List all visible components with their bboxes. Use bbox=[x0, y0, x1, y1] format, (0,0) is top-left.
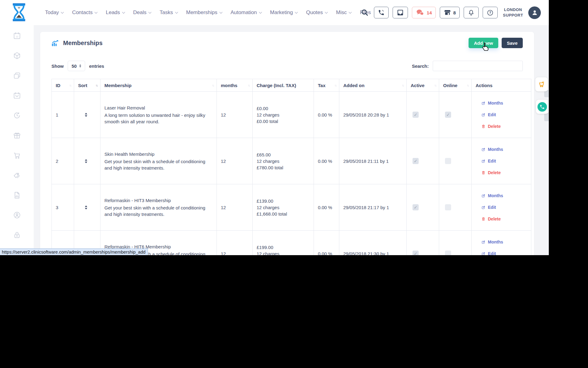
delete-link[interactable]: Delete bbox=[481, 123, 501, 130]
column-header-online[interactable]: Online↑↓ bbox=[439, 79, 472, 92]
search-button[interactable] bbox=[361, 9, 369, 17]
active-checkbox[interactable] bbox=[413, 158, 419, 164]
chevron-down-icon bbox=[122, 10, 125, 13]
active-checkbox[interactable] bbox=[413, 112, 419, 118]
cell-online bbox=[439, 138, 472, 184]
call-widget-button[interactable] bbox=[536, 100, 548, 114]
phone-calls-button[interactable] bbox=[374, 7, 389, 18]
messages-button[interactable]: 14 bbox=[412, 7, 436, 18]
edit-link[interactable]: Edit bbox=[481, 158, 496, 164]
phone-icon bbox=[540, 104, 545, 109]
column-header-tax[interactable]: Tax↑↓ bbox=[314, 79, 339, 92]
months-link[interactable]: Months bbox=[481, 193, 503, 199]
user-avatar[interactable] bbox=[528, 6, 541, 19]
cell-actions: Months Edit Delete bbox=[472, 231, 531, 255]
edit-square-icon bbox=[481, 194, 485, 198]
cell-online bbox=[439, 184, 472, 231]
edit-link[interactable]: Edit bbox=[481, 204, 496, 211]
online-checkbox[interactable] bbox=[445, 112, 451, 118]
nav-item-memberships[interactable]: Memberships bbox=[186, 10, 222, 16]
sidebar-customers-icon[interactable] bbox=[13, 211, 21, 219]
chevron-down-icon bbox=[259, 10, 262, 13]
months-link[interactable]: Months bbox=[481, 100, 503, 106]
active-checkbox[interactable] bbox=[413, 251, 419, 255]
nav-item-automation[interactable]: Automation bbox=[231, 10, 262, 16]
delete-link[interactable]: Delete bbox=[481, 216, 501, 222]
drag-sort-handle[interactable] bbox=[85, 205, 87, 209]
sort-arrows-icon: ↑↓ bbox=[212, 84, 214, 87]
cell-active bbox=[407, 138, 439, 184]
page-title-text: Memberships bbox=[63, 40, 103, 47]
nav-item-today[interactable]: Today bbox=[45, 10, 63, 16]
trash-icon bbox=[481, 171, 485, 175]
entries-select[interactable]: 50 bbox=[68, 61, 85, 71]
nav-item-deals[interactable]: Deals bbox=[133, 10, 151, 16]
notifications-button[interactable] bbox=[464, 7, 479, 18]
drag-sort-handle[interactable] bbox=[85, 113, 87, 117]
table-controls: Show 50 entries Search: bbox=[51, 61, 523, 71]
months-link[interactable]: Months bbox=[481, 146, 503, 153]
search-label: Search: bbox=[412, 63, 429, 69]
column-header-months[interactable]: months↑↓ bbox=[217, 79, 253, 92]
online-checkbox[interactable] bbox=[445, 158, 451, 164]
sidebar-appointments-icon[interactable] bbox=[13, 91, 21, 100]
inbox-button[interactable] bbox=[393, 7, 408, 18]
nav-label: Today bbox=[45, 10, 59, 16]
cell-months: 12 bbox=[217, 231, 253, 255]
sidebar-gift-icon[interactable] bbox=[13, 131, 21, 140]
sidebar-history-icon[interactable] bbox=[13, 111, 21, 120]
sidebar-copy-icon[interactable] bbox=[13, 71, 21, 80]
online-checkbox[interactable] bbox=[445, 251, 451, 255]
sidebar-calendar-icon[interactable]: 12 bbox=[13, 32, 21, 40]
sidebar-tags-icon[interactable] bbox=[13, 171, 21, 179]
sidebar-lock-icon[interactable] bbox=[13, 231, 21, 239]
charge-amount: £65.00 bbox=[257, 151, 271, 158]
chat-bubbles-icon bbox=[416, 9, 424, 16]
edit-link[interactable]: Edit bbox=[481, 112, 496, 118]
chevron-down-icon bbox=[61, 10, 64, 13]
search-icon bbox=[361, 9, 369, 17]
top-navigation-bar: Today Contacts Leads Deals Tasks Members… bbox=[0, 0, 549, 25]
nav-item-marketing[interactable]: Marketing bbox=[270, 10, 298, 16]
column-header-membership[interactable]: Membership↑↓ bbox=[100, 79, 217, 92]
column-header-charge[interactable]: Charge (Incl. TAX) bbox=[253, 79, 314, 92]
nav-label: Memberships bbox=[186, 10, 217, 16]
active-checkbox[interactable] bbox=[413, 204, 419, 210]
cell-id: 2 bbox=[52, 138, 74, 184]
delete-link[interactable]: Delete bbox=[481, 170, 501, 176]
page-title: Memberships bbox=[51, 40, 103, 47]
nav-item-leads[interactable]: Leads bbox=[106, 10, 124, 16]
cart-widget-button[interactable] bbox=[535, 77, 548, 91]
save-button[interactable]: Save bbox=[502, 38, 523, 48]
nav-label: Deals bbox=[133, 10, 146, 16]
cell-sort bbox=[74, 184, 100, 231]
drag-sort-handle[interactable] bbox=[85, 159, 87, 163]
column-header-id[interactable]: ID↑↓ bbox=[52, 79, 74, 92]
store-button[interactable]: 8 bbox=[440, 7, 460, 18]
sort-arrows-icon: ↑↓ bbox=[248, 84, 250, 87]
help-button[interactable]: ? bbox=[483, 7, 498, 18]
cell-charge: £65.00 12 charges £780.00 total bbox=[253, 138, 314, 184]
charge-total: £0.00 total bbox=[257, 118, 278, 125]
add-new-button[interactable]: Add new bbox=[469, 38, 498, 48]
sidebar-reports-icon[interactable] bbox=[13, 191, 21, 199]
sort-arrows-icon: ↑↓ bbox=[69, 84, 71, 87]
online-checkbox[interactable] bbox=[445, 204, 451, 210]
edit-link[interactable]: Edit bbox=[481, 251, 496, 255]
column-header-active[interactable]: Active↑↓ bbox=[407, 79, 439, 92]
edit-square-icon bbox=[481, 101, 485, 105]
months-link[interactable]: Months bbox=[481, 239, 503, 245]
clinicsoftware-logo[interactable] bbox=[10, 3, 28, 22]
trash-icon bbox=[481, 124, 485, 128]
search-input[interactable] bbox=[433, 61, 523, 71]
nav-item-quotes[interactable]: Quotes bbox=[306, 10, 327, 16]
sidebar-cart-icon[interactable] bbox=[13, 151, 21, 159]
table-header-row: ID↑↓ Sort↑↓ Membership↑↓ months↑↓ Charge… bbox=[52, 79, 531, 92]
column-header-sort[interactable]: Sort↑↓ bbox=[74, 79, 100, 92]
nav-item-contacts[interactable]: Contacts bbox=[72, 10, 97, 16]
collapsed-panel-tab[interactable] bbox=[544, 113, 549, 121]
column-header-added-on[interactable]: Added on↑↓ bbox=[339, 79, 407, 92]
nav-item-misc[interactable]: Misc bbox=[336, 10, 351, 16]
nav-item-tasks[interactable]: Tasks bbox=[160, 10, 177, 16]
sidebar-package-icon[interactable] bbox=[13, 52, 21, 60]
